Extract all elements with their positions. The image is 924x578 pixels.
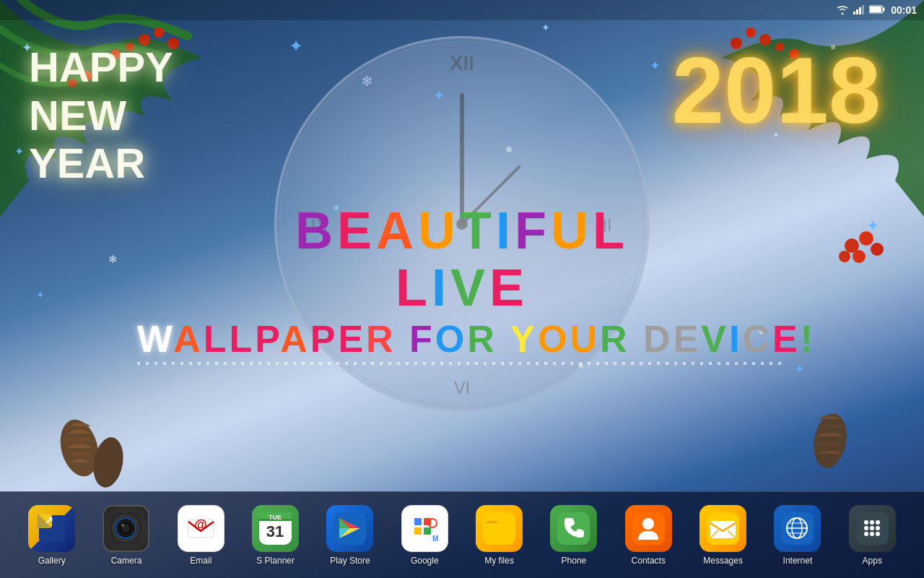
svg-point-80: [870, 520, 874, 525]
phone-icon: [550, 505, 597, 552]
svg-rect-32: [862, 5, 864, 14]
svg-text:M: M: [432, 535, 438, 543]
app-internet[interactable]: Internet: [765, 505, 830, 566]
apps-icon: [849, 505, 896, 552]
app-apps[interactable]: Apps: [840, 505, 905, 566]
myfiles-icon: [476, 505, 523, 552]
svg-point-84: [876, 526, 880, 530]
app-myfiles[interactable]: My files: [467, 505, 532, 566]
app-email[interactable]: @ Email: [168, 505, 233, 566]
svg-rect-67: [557, 512, 590, 545]
svg-text:TUE: TUE: [269, 514, 282, 521]
status-time: 00:01: [891, 4, 917, 16]
camera-icon: [103, 505, 149, 552]
messages-label: Messages: [703, 556, 743, 566]
camera-label: Camera: [111, 556, 142, 566]
email-icon: @: [178, 505, 225, 552]
svg-rect-71: [710, 521, 736, 538]
svg-rect-60: [414, 518, 422, 525]
svg-text:↗: ↗: [45, 514, 53, 526]
svg-point-82: [864, 526, 868, 530]
splanner-icon: TUE 31: [252, 505, 299, 552]
svg-rect-35: [870, 7, 881, 12]
phone-label: Phone: [562, 556, 587, 566]
svg-text:@: @: [194, 517, 207, 532]
playstore-icon: [326, 505, 373, 552]
email-label: Email: [190, 556, 212, 566]
app-google[interactable]: M Google: [392, 505, 457, 566]
svg-point-85: [864, 532, 868, 536]
internet-icon: [774, 505, 821, 552]
svg-point-81: [876, 520, 880, 525]
svg-rect-62: [414, 527, 422, 535]
svg-rect-31: [859, 7, 861, 14]
svg-rect-29: [853, 12, 855, 14]
apps-label: Apps: [863, 556, 882, 566]
app-contacts[interactable]: Contacts: [616, 505, 681, 566]
splanner-label: S Planner: [256, 556, 295, 566]
status-icons: 00:01: [836, 4, 917, 17]
gallery-icon: ↗: [28, 505, 75, 552]
svg-rect-34: [883, 7, 885, 11]
google-label: Google: [411, 556, 439, 566]
svg-point-83: [870, 526, 874, 530]
svg-point-69: [642, 518, 654, 530]
app-splanner[interactable]: TUE 31 S Planner: [243, 505, 308, 566]
contacts-label: Contacts: [632, 556, 666, 566]
svg-point-86: [870, 532, 874, 536]
svg-point-46: [121, 524, 124, 527]
playstore-label: Play Store: [330, 556, 370, 566]
messages-icon: [699, 505, 746, 552]
app-playstore[interactable]: Play Store: [318, 505, 383, 566]
battery-icon: [869, 5, 885, 16]
internet-label: Internet: [783, 556, 813, 566]
svg-point-87: [876, 532, 880, 536]
app-dock: ↗ Gallery Camera: [0, 491, 924, 578]
svg-rect-30: [856, 9, 858, 14]
app-phone[interactable]: Phone: [541, 505, 606, 566]
google-icon: M: [401, 505, 448, 552]
app-gallery[interactable]: ↗ Gallery: [19, 505, 84, 566]
svg-point-79: [864, 520, 868, 525]
wifi-icon: [836, 4, 849, 17]
gallery-label: Gallery: [38, 556, 66, 566]
myfiles-label: My files: [484, 556, 514, 566]
status-bar: 00:01: [0, 0, 924, 20]
signal-icon: [853, 4, 865, 17]
app-messages[interactable]: Messages: [691, 505, 756, 566]
contacts-icon: [625, 505, 672, 552]
svg-rect-63: [424, 527, 431, 535]
svg-text:31: 31: [266, 522, 284, 540]
app-camera[interactable]: Camera: [94, 505, 159, 566]
